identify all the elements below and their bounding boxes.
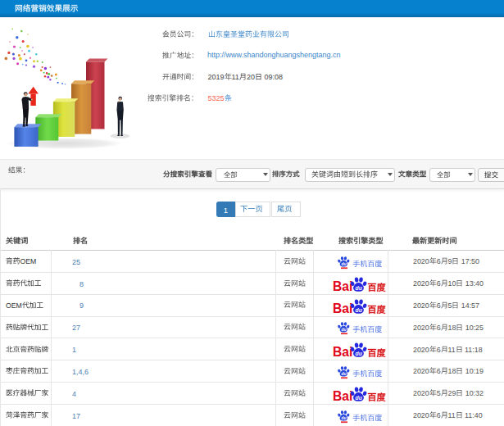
svg-text:Bai: Bai — [333, 279, 352, 292]
svg-text:Bai: Bai — [333, 301, 352, 315]
svg-text:Bai: Bai — [333, 345, 352, 358]
svg-text:Bai: Bai — [333, 389, 352, 402]
